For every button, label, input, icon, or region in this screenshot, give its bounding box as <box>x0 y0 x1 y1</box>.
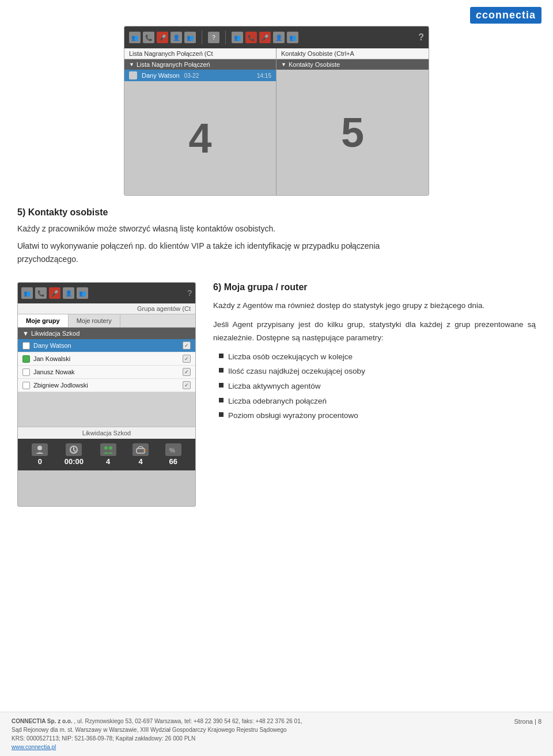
gs-status: Likwidacja Szkod <box>18 427 195 439</box>
footer-page: Strona | 8 <box>514 717 542 727</box>
tab-moje-routery[interactable]: Moje routery <box>69 314 120 327</box>
gs-icon-bar: 0 00:00 4 4 % <box>18 439 195 470</box>
footer-address1: , ul. Rzymowskiego 53, 02-697 Warszawa, … <box>74 718 302 724</box>
group-arrow: ▼ <box>22 330 29 337</box>
arrow-icon-right: ▼ <box>281 62 286 67</box>
member-checkmark-3: ✓ <box>183 381 191 389</box>
member-checkbox-2 <box>22 368 30 376</box>
stat-icon-4: % <box>165 443 181 456</box>
stat-icon-2 <box>100 443 116 456</box>
section5-title: 5) Kontakty osobiste <box>17 207 386 218</box>
bullet-3: Liczba odebranych połączeń <box>219 395 536 408</box>
toolbar-icon-person: 👤 <box>171 32 182 43</box>
stat-3: 4 <box>132 443 149 466</box>
bullet-text-0: Liczba osób oczekujących w kolejce <box>228 351 353 363</box>
gs-icon-persons: 👥 <box>77 287 88 299</box>
footer-line3: KRS: 0000527113; NIP: 521-368-09-78; Kap… <box>12 734 302 743</box>
gs-tabs[interactable]: Moje grupy Moje routery <box>18 314 195 328</box>
bullet-1: Ilość czasu najdłużej oczekującej osoby <box>219 365 536 378</box>
toolbar-icon-persons: 👥 <box>184 32 196 43</box>
bullet-0: Liczba osób oczekujących w kolejce <box>219 351 536 363</box>
member-name-0: Dany Watson <box>33 342 71 349</box>
screenshot-panels: Lista Nagranych Połączeń (Ct ▼ Lista Nag… <box>124 48 429 195</box>
panel-spacer <box>18 392 195 427</box>
svg-line-3 <box>74 450 75 451</box>
header-logo: cconnectia <box>470 7 541 24</box>
member-checkmark-2: ✓ <box>183 368 191 376</box>
stat-1: 00:00 <box>65 443 84 466</box>
bullet-square-4 <box>219 412 224 417</box>
panel-right-header: Kontakty Osobiste (Ctrl+A <box>276 48 429 59</box>
svg-point-0 <box>37 446 42 450</box>
svg-point-4 <box>104 446 108 450</box>
bullet-square-2 <box>219 383 224 388</box>
footer-line1: CONNECTIA Sp. z o.o. , ul. Rzymowskiego … <box>12 717 302 725</box>
member-row-2: Janusz Nowak ✓ <box>18 366 195 379</box>
svg-point-5 <box>109 446 112 450</box>
toolbar-icon-call2: 📞 <box>245 32 257 43</box>
member-checkbox-1 <box>22 355 30 363</box>
member-checkmark-0: ✓ <box>183 341 191 349</box>
gs-icon-group: 👥 <box>21 287 33 299</box>
gs-question: ? <box>187 288 192 298</box>
panel-right-titlebar: ▼ Kontakty Osobiste <box>276 59 429 70</box>
item-time: 14:15 <box>257 73 271 79</box>
stat-0: 0 <box>32 443 48 466</box>
gs-icon-mic: 🎤 <box>49 287 60 299</box>
toolbar-help: ? <box>418 32 424 43</box>
bullet-2: Liczba aktywnych agentów <box>219 380 536 393</box>
stat-val-2: 4 <box>106 457 110 466</box>
toolbar-icon-mic2: 🎤 <box>259 32 271 43</box>
toolbar-icon-group: 👥 <box>129 32 141 43</box>
screenshot-bottom: ▶ ⏸ ■ ✕ twórz za pomocą: Telefon Audio P… <box>124 195 429 196</box>
svg-rect-6 <box>137 449 145 453</box>
bullet-4: Poziom obsługi wyrażony procentowo <box>219 409 536 422</box>
stat-4: % 66 <box>165 443 181 466</box>
toolbar-icon-person2: 👤 <box>273 32 285 43</box>
toolbar-icon-persons2: 👥 <box>287 32 298 43</box>
panel-right: Kontakty Osobiste (Ctrl+A ▼ Kontakty Oso… <box>276 48 429 195</box>
footer-website[interactable]: www.connectia.pl <box>12 743 302 751</box>
stat-val-3: 4 <box>139 457 143 466</box>
svg-line-7 <box>143 450 146 451</box>
bullet-list: Liczba osób oczekujących w kolejce Ilość… <box>219 351 536 422</box>
footer-line2: Sąd Rejonowy dla m. st. Warszawy w Warsz… <box>12 725 302 734</box>
panel-left: Lista Nagranych Połączeń (Ct ▼ Lista Nag… <box>124 48 276 195</box>
bullet-square-1 <box>219 368 224 373</box>
toolbar-separator <box>202 31 202 44</box>
section5-para2: Ułatwi to wykonywanie połączeń np. do kl… <box>17 240 386 265</box>
bullet-text-4: Poziom obsługi wyrażony procentowo <box>228 409 358 422</box>
member-checkmark-1: ✓ <box>183 355 191 363</box>
panel-right-title: Kontakty Osobiste <box>289 61 340 68</box>
stat-icon-1 <box>66 443 82 456</box>
section5-para1: Każdy z pracowników może stworzyć własną… <box>17 222 386 235</box>
item-date: 03-22 <box>184 73 199 79</box>
stat-icon-3 <box>132 443 149 456</box>
item-icon <box>129 71 137 79</box>
stat-val-4: 66 <box>169 457 177 466</box>
member-row-3: Zbigniew Jodlowski ✓ <box>18 379 195 392</box>
bullet-square-0 <box>219 354 224 358</box>
stat-icon-0 <box>32 443 48 456</box>
toolbar-icons-left: 👥 📞 🎤 👤 👥 <box>129 32 196 43</box>
screenshot-toolbar: 👥 📞 🎤 👤 👥 ? 👥 📞 🎤 👤 👥 ? <box>124 26 429 48</box>
gs-icon-person: 👤 <box>63 287 74 299</box>
toolbar-icon-call: 📞 <box>143 32 154 43</box>
toolbar-icon-group2: 👥 <box>232 32 243 43</box>
gs-icon-call: 📞 <box>35 287 47 299</box>
panel-left-title: Lista Nagranych Połączeń <box>137 61 210 68</box>
bullet-text-1: Ilość czasu najdłużej oczekującej osoby <box>228 365 365 378</box>
stat-2: 4 <box>100 443 116 466</box>
group-screenshot: 👥 📞 🎤 👤 👥 ? Grupa agentów (Ct Moje grupy… <box>17 282 196 507</box>
stat-val-0: 0 <box>38 457 42 466</box>
panel-left-header: Lista Nagranych Połączeń (Ct <box>124 48 276 59</box>
member-name-2: Janusz Nowak <box>33 368 75 375</box>
section6-para2: Jeśli Agent przypisany jest do kilku gru… <box>213 318 536 345</box>
panel-list-item: Dany Watson 03-22 14:15 <box>124 70 276 81</box>
logo: cconnectia <box>470 7 541 24</box>
section6-title: 6) Moja grupa / router <box>213 282 536 292</box>
toolbar-separator2 <box>225 31 226 44</box>
top-screenshot: 👥 📞 🎤 👤 👥 ? 👥 📞 🎤 👤 👥 ? Lista Nagranych … <box>124 26 429 196</box>
footer-link[interactable]: www.connectia.pl <box>12 744 56 750</box>
tab-moje-grupy[interactable]: Moje grupy <box>18 314 69 327</box>
